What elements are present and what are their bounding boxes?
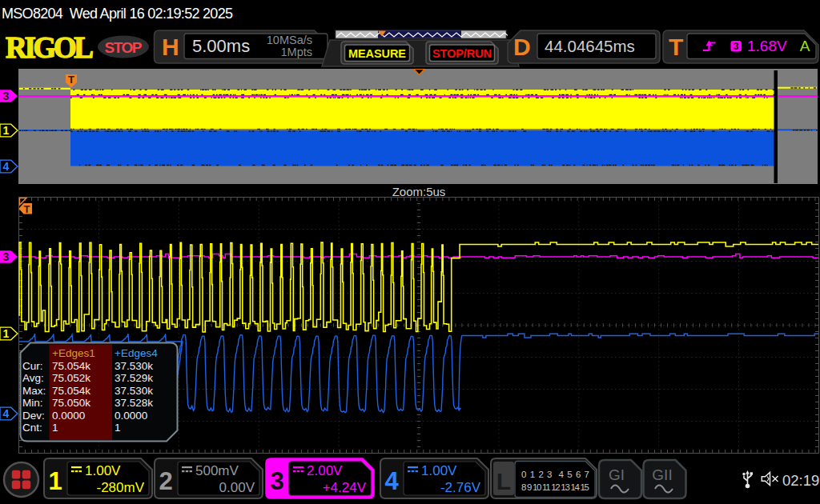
svg-text:5.00ms: 5.00ms bbox=[192, 36, 250, 56]
svg-text:L: L bbox=[496, 468, 511, 494]
svg-text:T: T bbox=[669, 34, 683, 60]
svg-text:02:19: 02:19 bbox=[782, 472, 819, 489]
svg-text:1.68V: 1.68V bbox=[747, 38, 787, 54]
svg-text:1: 1 bbox=[48, 467, 62, 495]
svg-text:3: 3 bbox=[2, 250, 9, 263]
svg-text:+Edges4: +Edges4 bbox=[115, 347, 158, 359]
svg-text:3: 3 bbox=[2, 90, 9, 102]
svg-text:A: A bbox=[800, 38, 810, 54]
svg-text:0.0000: 0.0000 bbox=[52, 410, 85, 422]
svg-text:T: T bbox=[68, 74, 74, 86]
svg-text:4: 4 bbox=[384, 467, 399, 495]
svg-text:37.529k: 37.529k bbox=[115, 372, 153, 384]
svg-text:37.530k: 37.530k bbox=[115, 360, 153, 372]
svg-text:44.04645ms: 44.04645ms bbox=[545, 37, 635, 55]
svg-text:0.0000: 0.0000 bbox=[115, 410, 147, 422]
svg-text:10MSa/s: 10MSa/s bbox=[267, 34, 312, 46]
svg-text:75.054k: 75.054k bbox=[52, 360, 90, 372]
svg-text:Dev:: Dev: bbox=[22, 410, 45, 422]
svg-text:1: 1 bbox=[2, 327, 9, 340]
svg-text:8 9 10 11 12 13 14 15: 8 9 10 11 12 13 14 15 bbox=[521, 482, 589, 492]
svg-text:3: 3 bbox=[734, 41, 739, 52]
svg-text:1.00V: 1.00V bbox=[421, 463, 457, 478]
svg-text:Max:: Max: bbox=[22, 385, 46, 397]
svg-text:3: 3 bbox=[270, 467, 283, 495]
svg-text:75.052k: 75.052k bbox=[52, 372, 90, 384]
svg-text:37.530k: 37.530k bbox=[115, 385, 153, 397]
svg-text:H: H bbox=[162, 34, 179, 60]
svg-text:4: 4 bbox=[2, 160, 9, 173]
svg-text:0.00V: 0.00V bbox=[219, 480, 255, 495]
svg-text:+Edges1: +Edges1 bbox=[52, 347, 95, 359]
svg-text:MEASURE: MEASURE bbox=[348, 47, 406, 60]
svg-text:D: D bbox=[513, 34, 531, 60]
svg-text:Cur:: Cur: bbox=[22, 360, 43, 372]
svg-text:GI: GI bbox=[609, 466, 625, 483]
svg-text:37.528k: 37.528k bbox=[115, 397, 153, 409]
svg-text:1.00V: 1.00V bbox=[85, 463, 121, 478]
svg-text:1: 1 bbox=[115, 422, 121, 434]
svg-text:Zoom:5us: Zoom:5us bbox=[392, 185, 446, 198]
svg-text:STOP: STOP bbox=[105, 39, 143, 56]
svg-text:1: 1 bbox=[2, 124, 9, 137]
svg-text:-280mV: -280mV bbox=[96, 480, 144, 495]
svg-text:500mV: 500mV bbox=[195, 463, 239, 478]
svg-text:GII: GII bbox=[652, 466, 672, 483]
svg-text:0 1 2 3 4 5 6 7: 0 1 2 3 4 5 6 7 bbox=[521, 470, 589, 479]
svg-text:+4.24V: +4.24V bbox=[323, 480, 367, 495]
svg-text:T: T bbox=[24, 203, 30, 215]
svg-text:STOP/RUN: STOP/RUN bbox=[432, 47, 492, 60]
svg-text:-2.76V: -2.76V bbox=[440, 480, 481, 495]
svg-text:75.054k: 75.054k bbox=[52, 385, 90, 397]
svg-text:2.00V: 2.00V bbox=[307, 463, 343, 478]
svg-text:4: 4 bbox=[2, 407, 9, 420]
svg-text:Min:: Min: bbox=[22, 397, 43, 409]
svg-text:Cnt:: Cnt: bbox=[22, 422, 42, 434]
svg-text:Avg:: Avg: bbox=[22, 372, 44, 384]
svg-text:MSO8204 Wed April 16 02:19:52: MSO8204 Wed April 16 02:19:52 2025 bbox=[2, 6, 233, 22]
svg-text:2: 2 bbox=[159, 467, 172, 495]
svg-text:1Mpts: 1Mpts bbox=[281, 46, 313, 58]
svg-text:75.050k: 75.050k bbox=[52, 397, 90, 409]
svg-text:1: 1 bbox=[52, 422, 58, 434]
svg-text:RIGOL: RIGOL bbox=[6, 31, 94, 64]
